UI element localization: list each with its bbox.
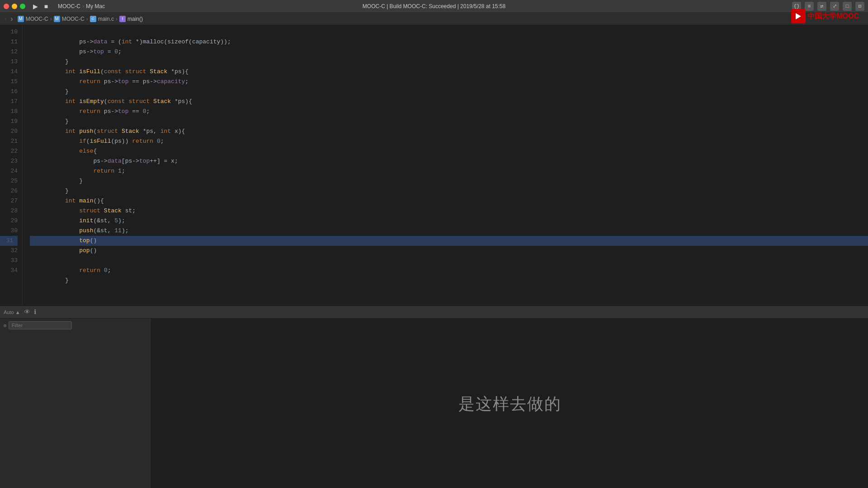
code-line-28: init(&st, 5); xyxy=(30,206,868,216)
code-line-34: } xyxy=(30,266,868,276)
code-line-26: int main(){ xyxy=(30,186,868,196)
minimize-button[interactable] xyxy=(12,4,17,9)
code-line-33: return 0; xyxy=(30,256,868,266)
bottom-panel: Auto ▲ 👁 ℹ ⊙ 是这样去做的 All Output ▲ xyxy=(0,305,868,488)
filter-bar: ⊙ xyxy=(0,319,151,332)
editor-area[interactable]: 10 11 12 13 14 15 16 17 18 19 20 21 22 2… xyxy=(0,25,868,305)
breadcrumb-group[interactable]: MOOC-C xyxy=(62,16,85,22)
line-numbers: 10 11 12 13 14 15 16 17 18 19 20 21 22 2… xyxy=(0,25,23,305)
code-line-27: struct Stack st; xyxy=(30,196,868,206)
project-folder-icon: M xyxy=(18,16,24,22)
forward-button[interactable]: › xyxy=(9,15,14,23)
svg-marker-0 xyxy=(796,13,801,19)
code-line-29: push(&st, 11); xyxy=(30,216,868,226)
auto-status[interactable]: Auto ▲ xyxy=(4,310,20,315)
breadcrumb-sep1: › xyxy=(50,16,52,22)
mooc-text: 中国大学MOOC xyxy=(807,12,859,21)
code-line-31: pop() xyxy=(30,236,868,246)
breadcrumb-sep2: › xyxy=(86,16,88,22)
file-icon: C xyxy=(90,16,96,22)
mooc-logo: 中国大学MOOC xyxy=(791,9,859,23)
code-line-25: } xyxy=(30,176,868,186)
code-line-18: } xyxy=(30,107,868,117)
filter-input[interactable] xyxy=(9,321,72,329)
output-panel: 是这样去做的 xyxy=(151,319,868,488)
nav-arrows: ‹ › xyxy=(4,15,14,23)
main-layout: 10 11 12 13 14 15 16 17 18 19 20 21 22 2… xyxy=(0,25,868,488)
stop-button[interactable]: ■ xyxy=(42,2,51,11)
sidebar-panel: ⊙ xyxy=(0,319,151,488)
function-icon: f xyxy=(119,16,126,22)
run-button[interactable]: ▶ xyxy=(31,2,40,11)
breadcrumb-project[interactable]: MOOC-C xyxy=(26,16,48,22)
filter-icon: ⊙ xyxy=(4,323,7,328)
separator-icon: › xyxy=(82,3,84,9)
eye-icon[interactable]: 👁 xyxy=(24,309,30,316)
titlebar: ▶ ■ MOOC-C › My Mac MOOC-C | Build MOOC-… xyxy=(0,0,868,13)
code-line-19: int push(struct Stack *ps, int x){ xyxy=(30,117,868,127)
code-line-12: } xyxy=(30,47,868,57)
bottom-toolbar: Auto ▲ 👁 ℹ xyxy=(0,306,868,319)
code-content[interactable]: ps->data = (int *)malloc(sizeof(capacity… xyxy=(23,25,868,305)
code-line-24: } xyxy=(30,166,868,176)
code-line-22: ps->data[ps->top++] = x; xyxy=(30,146,868,156)
subtitle: 是这样去做的 xyxy=(458,393,561,415)
code-line-32 xyxy=(30,246,868,256)
tabbar: ‹ › M MOOC-C › M MOOC-C › C main.c › f m… xyxy=(0,13,868,25)
breadcrumb: M MOOC-C › M MOOC-C › C main.c › f main(… xyxy=(18,16,143,22)
close-button[interactable] xyxy=(4,4,9,9)
breadcrumb-function[interactable]: main() xyxy=(127,16,143,22)
window-controls xyxy=(4,4,25,9)
breadcrumb-file[interactable]: main.c xyxy=(98,16,114,22)
project-label: MOOC-C xyxy=(58,3,80,9)
code-line-10: ps->data = (int *)malloc(sizeof(capacity… xyxy=(30,27,868,37)
code-line-13: int isFull(const struct Stack *ps){ xyxy=(30,57,868,67)
code-line-16: int isEmpty(const struct Stack *ps){ xyxy=(30,87,868,97)
code-container: 10 11 12 13 14 15 16 17 18 19 20 21 22 2… xyxy=(0,25,868,305)
code-line-30: top() xyxy=(30,226,868,236)
info-icon[interactable]: ℹ xyxy=(34,308,36,316)
toolbar-left: ▶ ■ MOOC-C › My Mac xyxy=(31,2,105,11)
build-status: MOOC-C | Build MOOC-C: Succeeded | 2019/… xyxy=(363,3,505,9)
back-button[interactable]: ‹ xyxy=(4,15,8,23)
maximize-button[interactable] xyxy=(20,4,25,9)
breadcrumb-sep3: › xyxy=(116,16,118,22)
target-label: My Mac xyxy=(86,3,105,9)
mooc-icon xyxy=(791,9,806,23)
group-folder-icon: M xyxy=(54,16,60,22)
bottom-content: ⊙ 是这样去做的 xyxy=(0,319,868,488)
